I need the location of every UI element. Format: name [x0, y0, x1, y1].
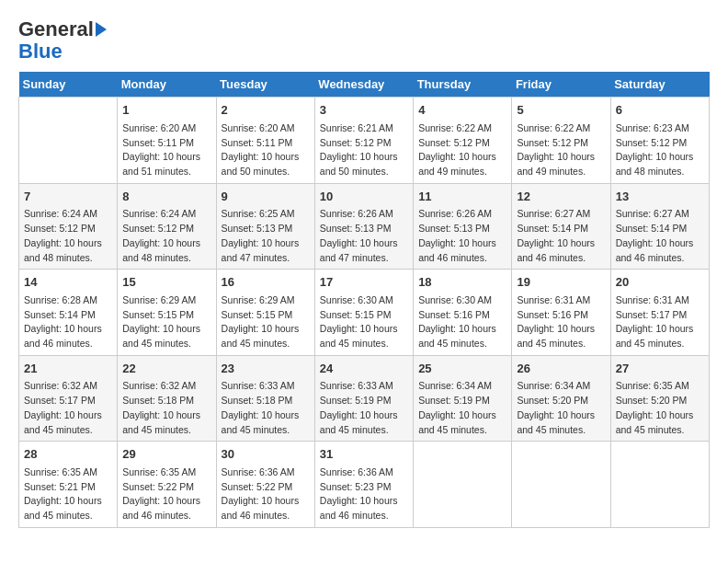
- calendar-cell: 5Sunrise: 6:22 AM Sunset: 5:12 PM Daylig…: [512, 98, 610, 184]
- calendar-cell: 23Sunrise: 6:33 AM Sunset: 5:18 PM Dayli…: [216, 355, 314, 442]
- day-number: 7: [24, 188, 112, 206]
- day-number: 4: [418, 101, 506, 120]
- day-info: Sunrise: 6:23 AM Sunset: 5:12 PM Dayligh…: [616, 121, 704, 179]
- calendar-table: SundayMondayTuesdayWednesdayThursdayFrid…: [18, 72, 710, 528]
- day-info: Sunrise: 6:25 AM Sunset: 5:13 PM Dayligh…: [222, 207, 310, 265]
- weekday-header: Friday: [512, 72, 610, 98]
- weekday-header: Monday: [118, 72, 216, 98]
- calendar-cell: [414, 442, 512, 528]
- day-number: 12: [517, 188, 605, 206]
- calendar-cell: 4Sunrise: 6:22 AM Sunset: 5:12 PM Daylig…: [414, 98, 512, 184]
- calendar-cell: 14Sunrise: 6:28 AM Sunset: 5:14 PM Dayli…: [19, 270, 118, 356]
- day-number: 18: [418, 273, 506, 292]
- day-number: 24: [320, 360, 408, 378]
- logo-text: General: [18, 18, 94, 40]
- day-number: 25: [418, 360, 506, 378]
- day-number: 17: [320, 273, 408, 292]
- day-info: Sunrise: 6:24 AM Sunset: 5:12 PM Dayligh…: [24, 207, 112, 265]
- day-info: Sunrise: 6:31 AM Sunset: 5:16 PM Dayligh…: [517, 293, 605, 351]
- weekday-header: Wednesday: [314, 72, 413, 98]
- day-number: 23: [222, 360, 310, 378]
- day-info: Sunrise: 6:20 AM Sunset: 5:11 PM Dayligh…: [222, 121, 310, 179]
- day-number: 31: [320, 445, 408, 464]
- day-info: Sunrise: 6:32 AM Sunset: 5:17 PM Dayligh…: [24, 379, 112, 437]
- day-info: Sunrise: 6:28 AM Sunset: 5:14 PM Dayligh…: [24, 293, 112, 351]
- weekday-header: Sunday: [19, 72, 118, 98]
- calendar-cell: 8Sunrise: 6:24 AM Sunset: 5:12 PM Daylig…: [118, 183, 216, 270]
- day-number: 2: [222, 101, 310, 120]
- calendar-cell: 12Sunrise: 6:27 AM Sunset: 5:14 PM Dayli…: [512, 183, 610, 270]
- calendar-week-row: 14Sunrise: 6:28 AM Sunset: 5:14 PM Dayli…: [19, 270, 710, 356]
- day-number: 1: [122, 101, 210, 120]
- calendar-cell: [512, 442, 610, 528]
- day-number: 28: [24, 445, 112, 464]
- calendar-cell: 2Sunrise: 6:20 AM Sunset: 5:11 PM Daylig…: [216, 98, 314, 184]
- calendar-cell: 9Sunrise: 6:25 AM Sunset: 5:13 PM Daylig…: [216, 183, 314, 270]
- calendar-cell: 1Sunrise: 6:20 AM Sunset: 5:11 PM Daylig…: [118, 98, 216, 184]
- day-number: 20: [616, 273, 704, 292]
- calendar-cell: 15Sunrise: 6:29 AM Sunset: 5:15 PM Dayli…: [118, 270, 216, 356]
- day-number: 10: [320, 188, 408, 206]
- calendar-cell: 3Sunrise: 6:21 AM Sunset: 5:12 PM Daylig…: [314, 98, 413, 184]
- day-number: 14: [24, 273, 112, 292]
- calendar-cell: 16Sunrise: 6:29 AM Sunset: 5:15 PM Dayli…: [216, 270, 314, 356]
- calendar-cell: 18Sunrise: 6:30 AM Sunset: 5:16 PM Dayli…: [414, 270, 512, 356]
- day-number: 3: [320, 101, 408, 120]
- day-info: Sunrise: 6:34 AM Sunset: 5:20 PM Dayligh…: [517, 379, 605, 437]
- day-info: Sunrise: 6:26 AM Sunset: 5:13 PM Dayligh…: [320, 207, 408, 265]
- day-number: 9: [222, 188, 310, 206]
- calendar-cell: 13Sunrise: 6:27 AM Sunset: 5:14 PM Dayli…: [610, 183, 709, 270]
- calendar-week-row: 7Sunrise: 6:24 AM Sunset: 5:12 PM Daylig…: [19, 183, 710, 270]
- calendar-cell: [19, 98, 118, 184]
- day-number: 16: [222, 273, 310, 292]
- day-info: Sunrise: 6:33 AM Sunset: 5:19 PM Dayligh…: [320, 379, 408, 437]
- day-number: 6: [616, 101, 704, 120]
- day-number: 29: [122, 445, 210, 464]
- day-info: Sunrise: 6:30 AM Sunset: 5:15 PM Dayligh…: [320, 293, 408, 351]
- day-info: Sunrise: 6:27 AM Sunset: 5:14 PM Dayligh…: [517, 207, 605, 265]
- calendar-cell: 31Sunrise: 6:36 AM Sunset: 5:23 PM Dayli…: [314, 442, 413, 528]
- day-info: Sunrise: 6:26 AM Sunset: 5:13 PM Dayligh…: [418, 207, 506, 265]
- day-info: Sunrise: 6:33 AM Sunset: 5:18 PM Dayligh…: [222, 379, 310, 437]
- day-info: Sunrise: 6:34 AM Sunset: 5:19 PM Dayligh…: [418, 379, 506, 437]
- calendar-header: SundayMondayTuesdayWednesdayThursdayFrid…: [19, 72, 710, 98]
- day-number: 26: [517, 360, 605, 378]
- day-number: 30: [222, 445, 310, 464]
- header-row: SundayMondayTuesdayWednesdayThursdayFrid…: [19, 72, 710, 98]
- day-info: Sunrise: 6:24 AM Sunset: 5:12 PM Dayligh…: [122, 207, 210, 265]
- header: General Blue: [18, 18, 710, 63]
- calendar-cell: 25Sunrise: 6:34 AM Sunset: 5:19 PM Dayli…: [414, 355, 512, 442]
- calendar-cell: 30Sunrise: 6:36 AM Sunset: 5:22 PM Dayli…: [216, 442, 314, 528]
- day-number: 22: [122, 360, 210, 378]
- calendar-week-row: 28Sunrise: 6:35 AM Sunset: 5:21 PM Dayli…: [19, 442, 710, 528]
- calendar-cell: 6Sunrise: 6:23 AM Sunset: 5:12 PM Daylig…: [610, 98, 709, 184]
- day-info: Sunrise: 6:35 AM Sunset: 5:21 PM Dayligh…: [24, 465, 112, 523]
- day-info: Sunrise: 6:21 AM Sunset: 5:12 PM Dayligh…: [320, 121, 408, 179]
- weekday-header: Thursday: [414, 72, 512, 98]
- day-info: Sunrise: 6:36 AM Sunset: 5:22 PM Dayligh…: [222, 465, 310, 523]
- calendar-cell: 29Sunrise: 6:35 AM Sunset: 5:22 PM Dayli…: [118, 442, 216, 528]
- calendar-cell: 28Sunrise: 6:35 AM Sunset: 5:21 PM Dayli…: [19, 442, 118, 528]
- logo: General Blue: [18, 18, 107, 63]
- calendar-cell: 19Sunrise: 6:31 AM Sunset: 5:16 PM Dayli…: [512, 270, 610, 356]
- day-info: Sunrise: 6:27 AM Sunset: 5:14 PM Dayligh…: [616, 207, 704, 265]
- calendar-cell: 27Sunrise: 6:35 AM Sunset: 5:20 PM Dayli…: [610, 355, 709, 442]
- calendar-week-row: 21Sunrise: 6:32 AM Sunset: 5:17 PM Dayli…: [19, 355, 710, 442]
- weekday-header: Saturday: [610, 72, 709, 98]
- weekday-header: Tuesday: [216, 72, 314, 98]
- day-number: 5: [517, 101, 605, 120]
- day-info: Sunrise: 6:20 AM Sunset: 5:11 PM Dayligh…: [122, 121, 210, 179]
- calendar-cell: 20Sunrise: 6:31 AM Sunset: 5:17 PM Dayli…: [610, 270, 709, 356]
- calendar-cell: 10Sunrise: 6:26 AM Sunset: 5:13 PM Dayli…: [314, 183, 413, 270]
- day-number: 11: [418, 188, 506, 206]
- day-number: 13: [616, 188, 704, 206]
- calendar-cell: 7Sunrise: 6:24 AM Sunset: 5:12 PM Daylig…: [19, 183, 118, 270]
- calendar-week-row: 1Sunrise: 6:20 AM Sunset: 5:11 PM Daylig…: [19, 98, 710, 184]
- day-number: 15: [122, 273, 210, 292]
- day-info: Sunrise: 6:31 AM Sunset: 5:17 PM Dayligh…: [616, 293, 704, 351]
- day-info: Sunrise: 6:22 AM Sunset: 5:12 PM Dayligh…: [418, 121, 506, 179]
- day-info: Sunrise: 6:32 AM Sunset: 5:18 PM Dayligh…: [122, 379, 210, 437]
- day-number: 19: [517, 273, 605, 292]
- calendar-cell: 11Sunrise: 6:26 AM Sunset: 5:13 PM Dayli…: [414, 183, 512, 270]
- day-info: Sunrise: 6:29 AM Sunset: 5:15 PM Dayligh…: [222, 293, 310, 351]
